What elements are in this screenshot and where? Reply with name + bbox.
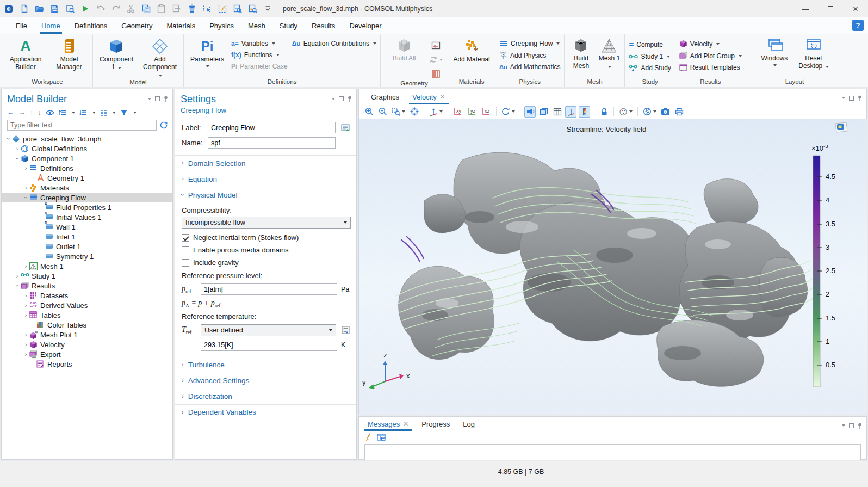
build-all-button[interactable]: Build All — [385, 36, 424, 63]
update-geometry-button[interactable] — [428, 54, 444, 65]
tree-item-tables[interactable]: ›Tables — [2, 310, 172, 320]
model-manager-button[interactable]: Model Manager — [49, 36, 89, 71]
collapse-all-button[interactable] — [59, 109, 66, 116]
paste-button[interactable] — [157, 4, 166, 14]
close-tab-icon[interactable]: ✕ — [403, 420, 408, 428]
add-component-button[interactable]: Add Component — [140, 36, 179, 78]
panel-menu-icon[interactable] — [842, 424, 845, 427]
section-advanced-settings[interactable]: ›Advanced Settings — [175, 373, 356, 389]
tree-item-fluid-properties-1[interactable]: ›DFluid Properties 1 — [2, 202, 172, 212]
tree-item-materials[interactable]: ›Materials — [2, 183, 172, 193]
windows-button[interactable]: Windows — [758, 36, 791, 66]
minimize-button[interactable]: — — [793, 0, 818, 17]
filter-input[interactable] — [7, 120, 157, 131]
messages-output[interactable] — [364, 444, 861, 460]
clear-messages-button[interactable] — [364, 433, 371, 442]
add-material-button[interactable]: Add Material — [452, 36, 491, 64]
move-up-button[interactable]: ↑ — [30, 108, 34, 116]
mesh-1-button[interactable]: Mesh 1 — [598, 36, 621, 70]
maximize-button[interactable] — [818, 0, 843, 17]
menu-file[interactable]: File — [9, 17, 34, 34]
include-gravity-checkbox[interactable]: Include gravity — [182, 256, 351, 269]
label-input[interactable] — [208, 122, 336, 133]
reference-pressure-input[interactable] — [201, 283, 337, 295]
color-legend-toggle[interactable] — [579, 106, 590, 118]
run-button[interactable] — [80, 4, 90, 14]
cut-button[interactable] — [126, 4, 135, 14]
compute-button[interactable]: =Compute — [629, 40, 671, 49]
node-grouping-button[interactable] — [100, 109, 107, 116]
functions-button[interactable]: f(x)Functions — [231, 51, 288, 59]
tree-item-definitions[interactable]: ›Definitions — [2, 163, 172, 173]
find-button[interactable] — [233, 4, 242, 14]
plot-area[interactable]: Streamline: Velocity field — [359, 119, 866, 415]
default-view-button[interactable] — [428, 106, 444, 118]
menu-study[interactable]: Study — [272, 17, 305, 34]
close-button[interactable]: ✕ — [843, 0, 868, 17]
float-panel-icon[interactable] — [849, 423, 854, 428]
tab-progress[interactable]: Progress — [415, 417, 456, 431]
chevron-down-icon[interactable] — [113, 112, 116, 114]
component-1-button[interactable]: Component 1 — [97, 36, 136, 71]
open-file-button[interactable] — [35, 4, 44, 14]
color-theme-button[interactable] — [618, 106, 634, 118]
build-mesh-button[interactable]: Build Mesh — [568, 36, 593, 70]
expand-all-button[interactable] — [79, 109, 87, 116]
delete-button[interactable] — [187, 4, 196, 14]
plot-thumbnail-icon[interactable] — [835, 122, 847, 132]
menu-developer[interactable]: Developer — [342, 17, 388, 34]
tab-graphics[interactable]: Graphics — [364, 89, 406, 104]
menu-home[interactable]: Home — [34, 17, 67, 34]
copy-button[interactable] — [141, 4, 151, 14]
forward-button[interactable]: → — [18, 108, 26, 116]
tree-item-derived-values[interactable]: ›8.85e-12Derived Values — [2, 300, 172, 310]
zoom-in-button[interactable] — [363, 106, 375, 118]
reference-temperature-select[interactable]: User defined — [201, 324, 336, 336]
remove-details-button[interactable] — [428, 68, 444, 79]
tree-item-inlet-1[interactable]: ›Inlet 1 — [2, 232, 172, 242]
equation-contributions-button[interactable]: ΔuEquation Contributions — [292, 40, 376, 47]
pin-icon[interactable] — [858, 95, 862, 101]
view-xy-button[interactable]: xy — [452, 106, 464, 118]
tree-item-datasets[interactable]: ›Datasets — [2, 291, 172, 300]
float-panel-icon[interactable] — [849, 96, 854, 101]
checkbox-icon[interactable] — [182, 259, 189, 267]
transparency-toggle[interactable] — [538, 106, 549, 118]
add-plot-group-button[interactable]: Add Plot Group — [679, 52, 742, 60]
tab-messages[interactable]: Messages✕ — [361, 417, 415, 431]
customize-toolbar-button[interactable] — [263, 4, 272, 14]
section-domain-selection[interactable]: ›Domain Selection — [175, 155, 356, 171]
name-input[interactable] — [208, 137, 336, 149]
open-in-table-button[interactable] — [377, 434, 386, 441]
filter-icon[interactable] — [120, 109, 128, 116]
tree-item-mesh-plot-1[interactable]: ›✲Mesh Plot 1 — [2, 330, 172, 340]
tree-item-color-tables[interactable]: ›Color Tables — [2, 320, 172, 330]
velocity-plot-button[interactable]: Velocity — [679, 40, 742, 48]
tab-velocity[interactable]: Velocity✕ — [406, 89, 452, 104]
zoom-extents-button[interactable] — [408, 106, 420, 118]
view-xz-button[interactable]: xz — [480, 106, 492, 118]
tree-item-velocity[interactable]: ›Velocity — [2, 340, 172, 349]
lock-view-button[interactable] — [598, 106, 610, 118]
checkbox-checked-icon[interactable] — [182, 234, 189, 242]
back-button[interactable]: ← — [7, 108, 14, 116]
duplicate-button[interactable] — [172, 4, 181, 14]
orientation-axes-toggle[interactable] — [565, 106, 576, 118]
save-button[interactable] — [50, 4, 59, 14]
variables-button[interactable]: a=Variables — [231, 40, 288, 47]
move-down-button[interactable]: ↓ — [38, 108, 42, 116]
print-button[interactable] — [673, 106, 685, 118]
close-tab-icon[interactable]: ✕ — [440, 93, 445, 101]
zoom-out-button[interactable] — [377, 106, 388, 118]
clear-selection-button[interactable] — [218, 4, 227, 14]
add-mathematics-button[interactable]: ΔuAdd Mathematics — [499, 63, 560, 71]
chevron-down-icon[interactable] — [72, 112, 75, 114]
snapshot-button[interactable] — [660, 106, 671, 118]
tree-item-geometry-1[interactable]: ›Geometry 1 — [2, 173, 172, 183]
section-physical-model[interactable]: ›Physical Model — [175, 187, 356, 202]
checkbox-icon[interactable] — [182, 246, 189, 254]
find-replace-button[interactable] — [248, 4, 257, 14]
menu-results[interactable]: Results — [305, 17, 342, 34]
tree-item-reports[interactable]: ›Reports — [2, 359, 172, 369]
compressibility-select[interactable]: Incompressible flow — [182, 217, 351, 229]
